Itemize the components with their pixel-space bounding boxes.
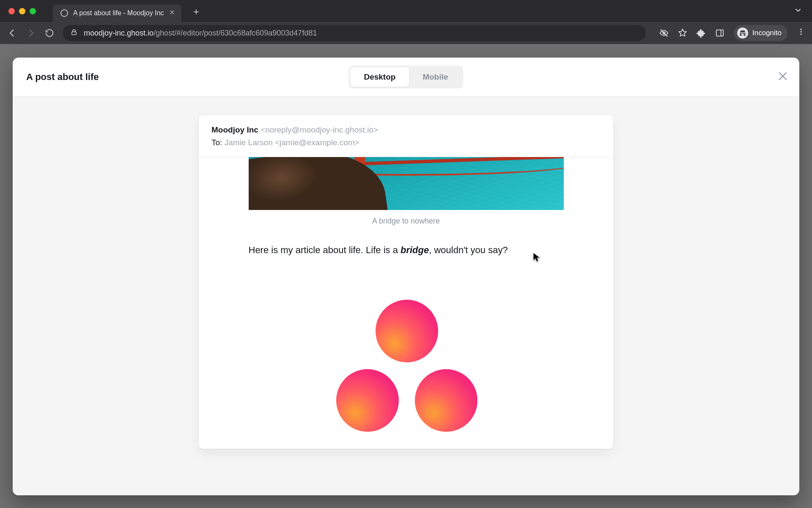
svg-rect-0: [72, 32, 77, 35]
window-controls: [8, 8, 36, 14]
back-button[interactable]: [7, 28, 18, 38]
window-maximize-button[interactable]: [30, 8, 36, 14]
incognito-label: Incognito: [752, 29, 782, 37]
incognito-indicator[interactable]: Incognito: [734, 25, 787, 41]
circle-icon: [415, 369, 477, 432]
circle-icon: [376, 300, 438, 362]
email-from-line: Moodjoy Inc <noreply@moodjoy-inc.ghost.i…: [211, 125, 601, 135]
window-close-button[interactable]: [8, 8, 15, 14]
article-text-after: , wouldn't you say?: [429, 245, 508, 255]
toolbar-right: Incognito: [659, 25, 805, 41]
segment-desktop[interactable]: Desktop: [350, 67, 409, 87]
new-tab-button[interactable]: [192, 7, 200, 18]
reload-button[interactable]: [44, 28, 55, 38]
hero-caption: A bridge to nowhere: [199, 217, 613, 226]
svg-rect-2: [716, 30, 724, 36]
svg-point-3: [800, 29, 801, 30]
tabs-menu-button[interactable]: [793, 6, 803, 17]
article-text-before: Here is my article about life. Life is a: [249, 245, 401, 255]
preview-modal: A post about life Desktop Mobile Moodjoy…: [13, 58, 799, 495]
hero-image: [249, 157, 564, 210]
extensions-icon[interactable]: [697, 28, 706, 38]
url-path: /ghost/#/editor/post/630c68afc609a9003d4…: [154, 29, 317, 37]
tracking-off-icon[interactable]: [659, 28, 669, 38]
email-content: A bridge to nowhere Here is my article a…: [199, 157, 613, 449]
browser-menu-button[interactable]: [797, 28, 805, 39]
email-to-label: To:: [211, 138, 222, 147]
browser-chrome: A post about life - Moodjoy Inc mood: [0, 0, 812, 44]
address-url: moodjoy-inc.ghost.io/ghost/#/editor/post…: [84, 29, 317, 38]
bookmark-star-icon[interactable]: [678, 28, 687, 38]
tab-title: A post about life - Moodjoy Inc: [73, 9, 164, 17]
email-header: Moodjoy Inc <noreply@moodjoy-inc.ghost.i…: [199, 115, 613, 157]
modal-header: A post about life Desktop Mobile: [13, 58, 799, 97]
window-title-bar: A post about life - Moodjoy Inc: [0, 0, 812, 22]
address-bar[interactable]: moodjoy-inc.ghost.io/ghost/#/editor/post…: [63, 25, 646, 41]
side-panel-icon[interactable]: [715, 28, 724, 38]
modal-body[interactable]: Moodjoy Inc <noreply@moodjoy-inc.ghost.i…: [13, 97, 799, 495]
article-paragraph: Here is my article about life. Life is a…: [249, 243, 564, 257]
device-segmented-control: Desktop Mobile: [348, 66, 463, 88]
email-from-name: Moodjoy Inc: [211, 125, 258, 134]
tab-favicon-icon: [60, 9, 68, 17]
email-preview-card: Moodjoy Inc <noreply@moodjoy-inc.ghost.i…: [199, 115, 613, 449]
email-to-value: Jamie Larson <jamie@example.com>: [225, 138, 359, 147]
incognito-icon: [737, 28, 748, 39]
window-minimize-button[interactable]: [19, 8, 25, 14]
tab-close-button[interactable]: [169, 9, 176, 18]
lock-icon: [70, 28, 78, 38]
svg-point-4: [800, 31, 801, 32]
email-from-address: <noreply@moodjoy-inc.ghost.io>: [261, 125, 378, 134]
modal-title: A post about life: [26, 72, 99, 83]
circle-icon: [336, 369, 399, 432]
graphic-circles: [250, 300, 565, 432]
close-button[interactable]: [776, 70, 789, 84]
browser-tab[interactable]: A post about life - Moodjoy Inc: [53, 4, 181, 22]
segment-mobile[interactable]: Mobile: [409, 67, 461, 87]
hero-image-wrap: [249, 157, 564, 210]
svg-point-5: [800, 33, 801, 35]
forward-button[interactable]: [25, 28, 36, 38]
circle-row: [336, 369, 477, 432]
url-host: moodjoy-inc.ghost.io: [84, 29, 154, 37]
article-em: bridge: [401, 245, 429, 255]
browser-toolbar: moodjoy-inc.ghost.io/ghost/#/editor/post…: [0, 22, 812, 44]
email-to-line: To: Jamie Larson <jamie@example.com>: [211, 138, 601, 147]
